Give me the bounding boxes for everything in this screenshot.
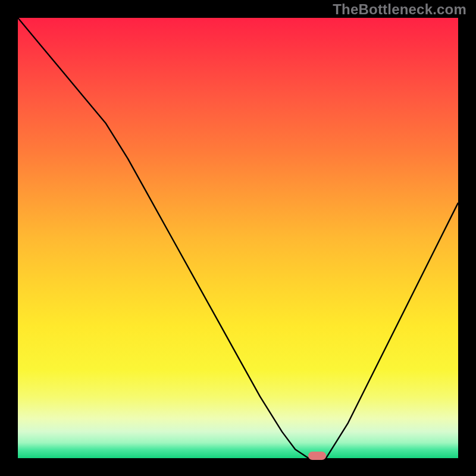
plot-area xyxy=(18,18,458,458)
optimum-marker xyxy=(308,452,326,460)
bottleneck-curve xyxy=(18,18,458,458)
watermark-text: TheBottleneck.com xyxy=(333,1,466,18)
chart-container: TheBottleneck.com xyxy=(0,0,476,476)
curve-overlay xyxy=(18,18,458,458)
